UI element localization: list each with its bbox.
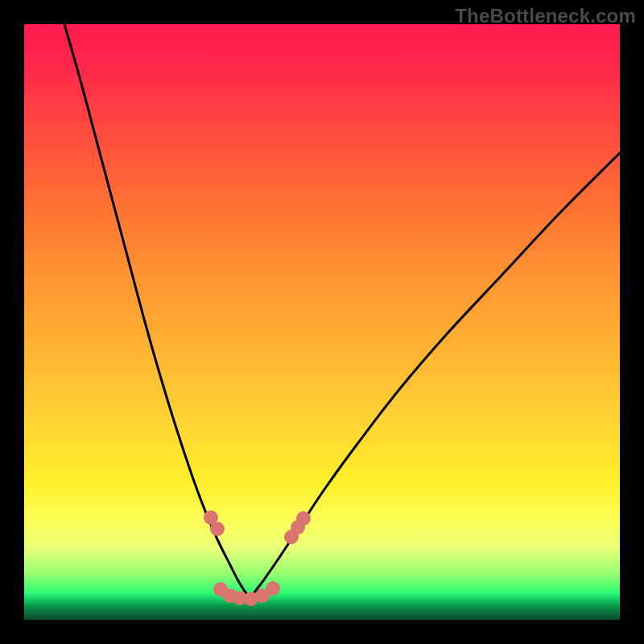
v-curve	[64, 24, 620, 596]
data-dot	[266, 581, 280, 596]
curve-layer	[24, 24, 620, 620]
plot-area	[24, 24, 620, 620]
data-dot	[296, 511, 311, 526]
chart-frame: TheBottleneck.com	[0, 0, 644, 644]
data-dot	[210, 522, 225, 536]
trough-dots	[204, 510, 311, 606]
